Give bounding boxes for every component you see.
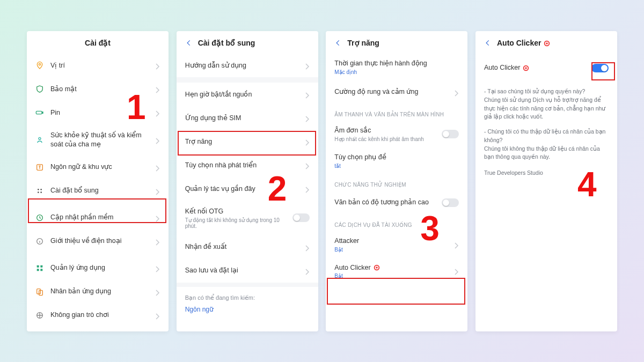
svg-rect-11 [37, 265, 39, 267]
row-label: Auto Clicker [484, 63, 585, 72]
row-label: Nhận đề xuất [185, 242, 299, 252]
row-app-management[interactable]: Quản lý ứng dụng [27, 256, 169, 280]
chevron-right-icon [305, 244, 310, 250]
row-vibration[interactable]: Cường độ rung và cảm ứng [326, 80, 467, 104]
row-digital-wellbeing[interactable]: Sức khỏe kỹ thuật số và kiểm soát của ch… [27, 124, 169, 156]
target-icon [522, 64, 530, 72]
header: Auto Clicker [475, 31, 617, 54]
row-label: Sao lưu và đặt lại [185, 266, 299, 275]
row-app-clone[interactable]: Nhân bản ứng dụng [27, 280, 169, 304]
chevron-right-icon [305, 115, 310, 121]
svg-point-3 [39, 137, 41, 139]
toggle-mono-audio[interactable] [442, 130, 459, 138]
panel-accessibility: Trợ năng Thời gian thực hiện hành động M… [326, 31, 467, 331]
back-icon[interactable] [484, 39, 492, 47]
row-label: Tùy chọn phụ đề [334, 153, 459, 162]
row-language[interactable]: Ngôn ngữ & khu vực [27, 156, 169, 179]
row-label: Cường độ rung và cảm ứng [334, 87, 448, 97]
search-hint: Bạn có thể đang tìm kiếm: [177, 283, 318, 306]
row-about-phone[interactable]: Giới thiệu về điện thoại [27, 230, 169, 253]
row-label: Bảo mật [50, 85, 149, 94]
more-icon [35, 187, 44, 195]
chevron-right-icon [455, 89, 459, 95]
svg-point-20 [376, 267, 378, 269]
row-label: Hướng dẫn sử dụng [185, 61, 299, 70]
header-title: Trợ năng [347, 39, 379, 47]
row-sim-toolkit[interactable]: Ứng dụng thẻ SIM [177, 106, 318, 130]
svg-rect-1 [36, 111, 42, 114]
row-label: Quản lý ứng dụng [50, 263, 149, 272]
row-software-update[interactable]: Cập nhật phần mềm [27, 206, 169, 230]
row-label: Văn bản có độ tương phản cao [334, 198, 435, 207]
row-caption-prefs[interactable]: Tùy chọn phụ đề tắt [326, 147, 467, 174]
svg-rect-12 [40, 265, 42, 267]
header: Cài đặt [27, 31, 169, 54]
svg-point-26 [525, 67, 528, 69]
chevron-right-icon [305, 138, 310, 145]
row-backup-reset[interactable]: Sao lưu và đặt lại [177, 259, 318, 283]
game-icon [35, 311, 44, 320]
row-game-space[interactable]: Không gian trò chơi [27, 304, 169, 327]
row-label: Thời gian thực hiện hành động [334, 59, 459, 68]
row-label: Auto Clicker [334, 263, 448, 272]
row-power-schedule[interactable]: Hẹn giờ bật/tắt nguồn [177, 83, 318, 106]
accessibility-list: Thời gian thực hiện hành động Mặc định C… [326, 54, 467, 331]
row-additional-settings[interactable]: Cài đặt bổ sung [27, 179, 169, 203]
row-auto-clicker[interactable]: Auto Clicker Bật [326, 258, 467, 285]
row-high-contrast-text[interactable]: Văn bản có độ tương phản cao [326, 191, 467, 215]
toggle-otg[interactable] [292, 213, 310, 222]
chevron-right-icon [455, 241, 459, 248]
chevron-right-icon [156, 188, 160, 194]
chevron-right-icon [156, 164, 160, 171]
svg-rect-2 [42, 112, 43, 114]
row-security[interactable]: Bảo mật [27, 77, 169, 101]
row-label: Pin [50, 108, 149, 117]
chevron-right-icon [156, 215, 160, 221]
toggle-auto-clicker[interactable] [591, 64, 609, 72]
row-auto-clicker-toggle[interactable]: Auto Clicker [475, 54, 617, 82]
chevron-right-icon [156, 238, 160, 245]
row-user-guide[interactable]: Hướng dẫn sử dụng [177, 54, 318, 77]
settings-list: Vị trí Bảo mật Pin Sức khỏe kỹ thuật số … [27, 54, 169, 331]
row-action-time[interactable]: Thời gian thực hiện hành động Mặc định [326, 54, 467, 80]
toggle-high-contrast[interactable] [442, 198, 459, 207]
row-label: Không gian trò chơi [50, 311, 149, 320]
row-label: Attacker [334, 237, 448, 246]
svg-point-7 [38, 191, 39, 193]
row-label: Kết nối OTG [185, 207, 286, 216]
row-label: Sức khỏe kỹ thuật số và kiểm soát của ch… [50, 131, 149, 149]
auto-clicker-content: Auto Clicker - Tại sao chúng tôi sử dụng… [475, 54, 617, 331]
row-attacker[interactable]: Attacker Bật [326, 231, 467, 258]
row-sublabel: Tự động tắt khi không sử dụng trong 10 p… [185, 217, 286, 229]
chevron-right-icon [156, 312, 160, 319]
panel-settings: Cài đặt Vị trí Bảo mật Pin Sức khỏe kỹ t… [27, 31, 169, 331]
chevron-right-icon [156, 62, 160, 69]
search-link-language[interactable]: Ngôn ngữ [177, 306, 318, 319]
row-label: Cập nhật phần mềm [50, 213, 149, 222]
row-label: Hẹn giờ bật/tắt nguồn [185, 90, 299, 99]
row-label-text: Auto Clicker [334, 264, 370, 271]
row-sublabel: Bật [334, 273, 448, 279]
back-icon[interactable] [185, 39, 193, 47]
row-recent-tasks[interactable]: Quản lý tác vụ gần đây [177, 177, 318, 201]
panel-auto-clicker: Auto Clicker Auto Clicker - Tại sao chún… [475, 31, 617, 331]
row-location[interactable]: Vị trí [27, 54, 169, 77]
info-text-privacy: - Chúng tôi có thu thập dữ liệu cá nhân … [475, 128, 617, 161]
row-developer-options[interactable]: Tùy chọn nhà phát triển [177, 153, 318, 177]
row-label: Cài đặt bổ sung [50, 186, 149, 195]
row-label: Nhân bản ứng dụng [50, 287, 149, 296]
back-icon[interactable] [334, 39, 342, 47]
row-label: Tùy chọn nhà phát triển [185, 161, 299, 170]
row-mono-audio[interactable]: Âm đơn sắc Hợp nhất các kênh khi phát âm… [326, 121, 467, 147]
row-accessibility[interactable]: Trợ năng [177, 130, 318, 153]
row-suggestions[interactable]: Nhận đề xuất [177, 235, 318, 259]
header: Cài đặt bổ sung [177, 31, 318, 54]
section-experimental: CHỨC NĂNG THỬ NGHIỆM [326, 174, 467, 191]
row-battery[interactable]: Pin [27, 101, 169, 124]
svg-point-23 [546, 43, 548, 45]
row-sublabel: Hợp nhất các kênh khi phát âm thanh [334, 136, 435, 142]
developer-name: True Developers Studio [475, 169, 617, 178]
row-sublabel: tắt [334, 163, 459, 169]
row-otg[interactable]: Kết nối OTG Tự động tắt khi không sử dụn… [177, 201, 318, 235]
chevron-right-icon [305, 62, 310, 69]
